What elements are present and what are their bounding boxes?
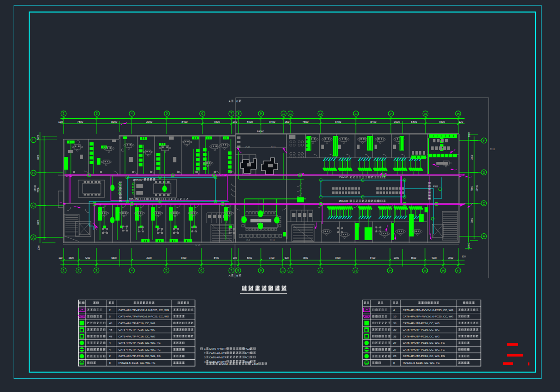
- svg-text:48: 48: [109, 335, 112, 338]
- svg-text:17: 17: [457, 269, 460, 272]
- svg-text:530: 530: [285, 256, 289, 259]
- svg-text:8400: 8400: [335, 256, 341, 259]
- svg-text:7800: 7800: [302, 121, 309, 123]
- svg-text:27: 27: [393, 348, 396, 351]
- svg-text:200x100: 200x100: [129, 198, 139, 201]
- svg-text:13: 13: [354, 269, 357, 272]
- svg-text:8400: 8400: [181, 256, 187, 259]
- svg-text:RVS2x1.5-SC16, CC, WG, FG: RVS2x1.5-SC16, CC, WG, FG: [119, 362, 156, 364]
- svg-text:13: 13: [355, 112, 358, 115]
- svg-text:8: 8: [393, 361, 395, 364]
- svg-text:5800: 5800: [411, 121, 417, 123]
- svg-text:C-11: C-11: [245, 146, 250, 149]
- svg-text:7800: 7800: [37, 187, 40, 192]
- svg-text:1: 1: [63, 269, 65, 272]
- svg-text:F: F: [32, 138, 34, 141]
- svg-text:CAT6-4PrUTP-PC16, CC, WG, FG: CAT6-4PrUTP-PC16, CC, WG, FG: [119, 342, 161, 344]
- svg-text:4: 4: [109, 348, 111, 351]
- svg-text:2900: 2900: [146, 121, 153, 123]
- svg-text:14: 14: [389, 269, 392, 272]
- svg-text:8000: 8000: [247, 121, 253, 123]
- svg-text:1000: 1000: [37, 245, 40, 250]
- svg-text:1000: 1000: [468, 132, 470, 137]
- svg-text:P306: P306: [433, 186, 438, 188]
- svg-text:3: 3: [96, 112, 98, 115]
- svg-text:4200: 4200: [85, 256, 90, 259]
- svg-text:7800: 7800: [37, 155, 40, 160]
- svg-text:CAT6-4PrUTP-PC16, CC, WG: CAT6-4PrUTP-PC16, CC, WG: [119, 335, 155, 338]
- svg-text:48: 48: [109, 328, 112, 331]
- svg-text:120: 120: [462, 255, 466, 258]
- svg-text:15: 15: [424, 112, 427, 115]
- svg-text:CAT6-4PrUTP+RVV2x1.0-PC25, CC,: CAT6-4PrUTP+RVV2x1.0-PC25, CC, WG: [119, 309, 170, 312]
- svg-text:12400: 12400: [475, 185, 478, 191]
- svg-text:F: F: [483, 139, 485, 142]
- svg-text:A: A: [229, 100, 230, 103]
- svg-text:CAT6-4PrUTP-PC16, CC, WG: CAT6-4PrUTP-PC16, CC, WG: [403, 335, 440, 338]
- svg-text:5500: 5500: [111, 256, 117, 259]
- svg-text:3900: 3900: [448, 256, 454, 259]
- svg-text:350: 350: [285, 121, 290, 123]
- svg-text:CAT6-4PrUTP: CAT6-4PrUTP: [209, 356, 226, 359]
- svg-text:2: 2: [78, 269, 80, 272]
- svg-text:10: 10: [281, 269, 285, 272]
- svg-text:PC25: PC25: [245, 361, 252, 363]
- svg-text:120: 120: [58, 121, 63, 123]
- svg-text:C-1: C-1: [246, 239, 250, 241]
- svg-text:PC20: PC20: [245, 352, 252, 355]
- svg-text:35: 35: [393, 335, 396, 338]
- svg-text:C: C: [32, 204, 35, 207]
- svg-text:6: 6: [200, 269, 202, 272]
- svg-text:15: 15: [424, 269, 427, 272]
- svg-text:2.5M: 2.5M: [252, 362, 258, 365]
- svg-text:RVS2x1.5-SC16, CC, WG, FG: RVS2x1.5-SC16, CC, WG, FG: [403, 362, 440, 364]
- svg-text:8400: 8400: [181, 121, 188, 123]
- svg-text:8: 8: [109, 361, 111, 364]
- svg-text:39: 39: [393, 328, 396, 331]
- svg-text:5: 5: [166, 112, 168, 115]
- svg-text:10: 10: [393, 315, 396, 318]
- svg-text:1000: 1000: [37, 135, 40, 140]
- svg-text:3: 3: [95, 269, 97, 272]
- svg-text:7800: 7800: [439, 121, 445, 123]
- svg-text:D-06: D-06: [195, 243, 200, 246]
- svg-text:5: 5: [109, 315, 111, 318]
- svg-text:7800: 7800: [470, 186, 473, 191]
- svg-text:23: 23: [393, 354, 396, 357]
- svg-text:150x100: 150x100: [339, 176, 348, 179]
- svg-text:8: 8: [237, 269, 239, 272]
- svg-text:3600: 3600: [69, 256, 74, 259]
- svg-text:7800: 7800: [77, 121, 84, 123]
- svg-text:150x100: 150x100: [133, 178, 142, 181]
- svg-text:C-11: C-11: [270, 239, 275, 241]
- svg-text:2900: 2900: [394, 256, 399, 259]
- svg-text:1400: 1400: [269, 256, 275, 259]
- svg-text:CAT6-4PrUTP-PC16, CC, WG: CAT6-4PrUTP-PC16, CC, WG: [403, 328, 440, 331]
- svg-text:27: 27: [393, 341, 396, 344]
- svg-text:CAT6-4PrUTP-PC16, CC, WG: CAT6-4PrUTP-PC16, CC, WG: [119, 322, 155, 325]
- svg-text:D: D: [32, 171, 35, 175]
- svg-text:7: 7: [230, 112, 232, 115]
- svg-text:2900: 2900: [146, 256, 152, 259]
- svg-text:9: 9: [260, 112, 262, 115]
- svg-text:A: A: [483, 235, 485, 238]
- svg-text:7800: 7800: [470, 155, 473, 160]
- svg-text:16: 16: [457, 112, 460, 115]
- svg-text:CAT6-4PrUTP-PC16, CC, WG, FG: CAT6-4PrUTP-PC16, CC, WG, FG: [403, 342, 445, 344]
- svg-text:8400: 8400: [370, 256, 375, 259]
- svg-text:4: 4: [131, 269, 133, 272]
- svg-text:4: 4: [131, 112, 133, 115]
- svg-text:11: 11: [289, 269, 292, 272]
- svg-text:11: 11: [289, 112, 292, 115]
- svg-text:2: 2: [109, 308, 111, 312]
- svg-text:120: 120: [59, 256, 63, 259]
- svg-text:38: 38: [393, 322, 396, 325]
- svg-text:CAT6-4PrUTP-PC16, CC, WG, FG: CAT6-4PrUTP-PC16, CC, WG, FG: [403, 355, 445, 357]
- svg-text:100MM,: 100MM,: [219, 362, 229, 365]
- svg-text:B: B: [236, 100, 238, 103]
- svg-text:48: 48: [109, 322, 112, 325]
- svg-text:C-11: C-11: [271, 146, 276, 149]
- svg-text:2: 2: [109, 354, 111, 357]
- svg-text:16: 16: [442, 269, 445, 272]
- svg-text:7800: 7800: [470, 218, 473, 223]
